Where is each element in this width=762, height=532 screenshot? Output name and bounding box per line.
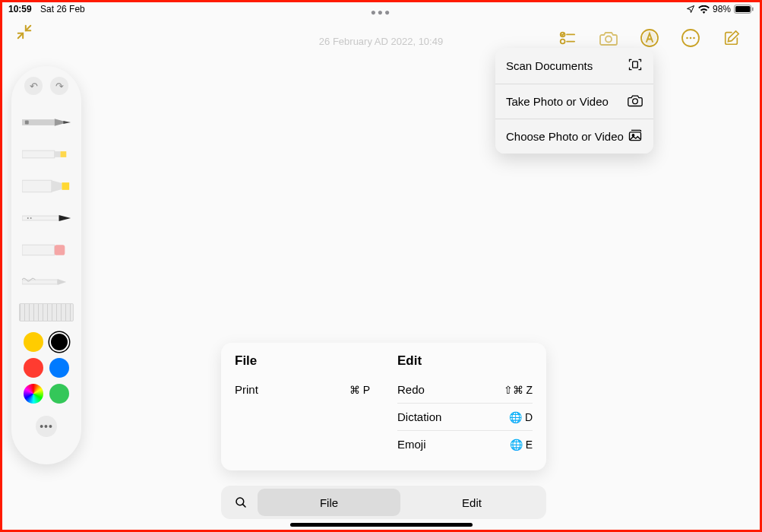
svg-point-9 <box>643 31 656 45</box>
wifi-icon <box>698 5 710 14</box>
shortcut-label: Redo <box>397 383 425 396</box>
battery-icon <box>734 5 754 14</box>
eraser-tool[interactable] <box>19 235 74 265</box>
svg-rect-1 <box>735 6 751 12</box>
shortcut-label: Print <box>235 383 258 396</box>
color-picker-button[interactable] <box>24 384 43 404</box>
pencil-tool[interactable] <box>19 203 74 233</box>
shortcuts-tab-file[interactable]: File <box>258 489 400 516</box>
ruler-tool[interactable] <box>19 303 74 321</box>
shortcuts-file-title: File <box>235 353 370 369</box>
svg-line-36 <box>242 504 245 507</box>
shortcuts-column-file: File Print ⌘ P <box>221 343 384 470</box>
color-swatch-black-selected[interactable] <box>51 334 68 350</box>
menu-item-label: Scan Documents <box>506 59 593 72</box>
camera-menu-popover: Scan Documents Take Photo or Video Choos… <box>495 48 653 154</box>
color-swatch-green[interactable] <box>49 384 69 404</box>
svg-point-28 <box>27 217 29 219</box>
undo-button[interactable]: ↶ <box>24 77 43 95</box>
photo-library-icon <box>628 128 643 144</box>
camera-menu-take-photo[interactable]: Take Photo or Video <box>495 84 653 119</box>
shortcuts-tab-edit[interactable]: Edit <box>400 489 543 516</box>
svg-rect-31 <box>22 245 55 255</box>
checklist-button[interactable] <box>558 28 577 48</box>
status-time: 10:59 <box>8 4 32 14</box>
shortcut-keys: 🌐 E <box>510 439 533 451</box>
home-indicator[interactable] <box>290 523 473 527</box>
color-swatch-blue[interactable] <box>49 358 69 378</box>
battery-percent: 98% <box>713 4 731 14</box>
compose-button[interactable] <box>722 28 741 48</box>
svg-point-29 <box>30 217 32 219</box>
palette-more-button[interactable]: ••• <box>36 416 57 437</box>
svg-point-7 <box>605 36 612 43</box>
exit-fullscreen-button[interactable] <box>16 24 33 40</box>
shortcuts-tab-bar: File Edit <box>221 486 546 519</box>
shortcut-label: Dictation <box>397 410 441 423</box>
shortcuts-column-edit: Edit Redo ⇧⌘ Z Dictation 🌐 D Emoji 🌐 E <box>384 343 546 470</box>
marker-tool[interactable] <box>19 139 74 169</box>
svg-rect-2 <box>752 8 754 11</box>
tab-label: Edit <box>462 496 482 509</box>
scan-document-icon <box>628 57 643 74</box>
color-swatch-yellow[interactable] <box>24 332 43 352</box>
camera-menu-scan-documents[interactable]: Scan Documents <box>495 48 653 84</box>
svg-rect-19 <box>25 121 29 125</box>
svg-point-13 <box>693 37 695 40</box>
svg-point-11 <box>686 37 688 40</box>
more-button[interactable] <box>681 28 700 48</box>
tab-label: File <box>320 496 338 509</box>
top-toolbar <box>558 28 741 48</box>
multitasking-dots-icon[interactable]: ●●● <box>371 7 392 17</box>
camera-menu-choose-photo[interactable]: Choose Photo or Video <box>495 119 653 154</box>
svg-point-15 <box>633 99 638 104</box>
svg-rect-14 <box>633 62 638 68</box>
svg-rect-32 <box>55 245 65 255</box>
shortcut-row-print[interactable]: Print ⌘ P <box>235 376 370 403</box>
svg-rect-26 <box>62 182 69 190</box>
camera-button[interactable] <box>599 28 618 48</box>
svg-rect-25 <box>22 180 52 192</box>
status-date: Sat 26 Feb <box>40 4 85 14</box>
shortcut-keys: 🌐 D <box>509 411 533 423</box>
svg-point-12 <box>690 37 692 40</box>
shortcuts-edit-title: Edit <box>397 353 533 369</box>
shortcut-row-emoji[interactable]: Emoji 🌐 E <box>397 430 533 458</box>
shortcut-label: Emoji <box>397 438 426 451</box>
svg-rect-23 <box>55 151 61 157</box>
svg-rect-24 <box>61 151 67 157</box>
svg-marker-21 <box>63 121 71 124</box>
svg-rect-22 <box>22 150 55 158</box>
color-swatch-red[interactable] <box>24 358 43 378</box>
status-right: 98% <box>686 4 754 14</box>
camera-icon <box>628 93 643 109</box>
shortcut-row-dictation[interactable]: Dictation 🌐 D <box>397 403 533 430</box>
svg-marker-34 <box>58 279 67 285</box>
note-date-header: 26 February AD 2022, 10:49 <box>319 36 443 47</box>
shortcut-keys: ⇧⌘ Z <box>504 384 533 396</box>
redo-button[interactable]: ↷ <box>50 77 68 95</box>
markup-button[interactable] <box>640 28 659 48</box>
lasso-tool[interactable] <box>19 267 74 297</box>
shortcuts-search-button[interactable] <box>224 496 258 509</box>
keyboard-shortcuts-panel: File Print ⌘ P Edit Redo ⇧⌘ Z Dictation … <box>221 343 546 470</box>
pen-tool[interactable] <box>19 107 74 138</box>
svg-marker-30 <box>59 215 71 221</box>
shortcut-row-redo[interactable]: Redo ⇧⌘ Z <box>397 376 533 403</box>
highlighter-tool[interactable] <box>19 171 74 201</box>
drawing-tool-palette[interactable]: ↶ ↷ <box>11 66 81 464</box>
location-icon <box>686 5 695 14</box>
svg-point-5 <box>561 40 565 44</box>
status-left: 10:59 Sat 26 Feb <box>8 4 85 14</box>
menu-item-label: Take Photo or Video <box>506 95 609 108</box>
menu-item-label: Choose Photo or Video <box>506 130 624 143</box>
shortcut-keys: ⌘ P <box>349 384 370 396</box>
